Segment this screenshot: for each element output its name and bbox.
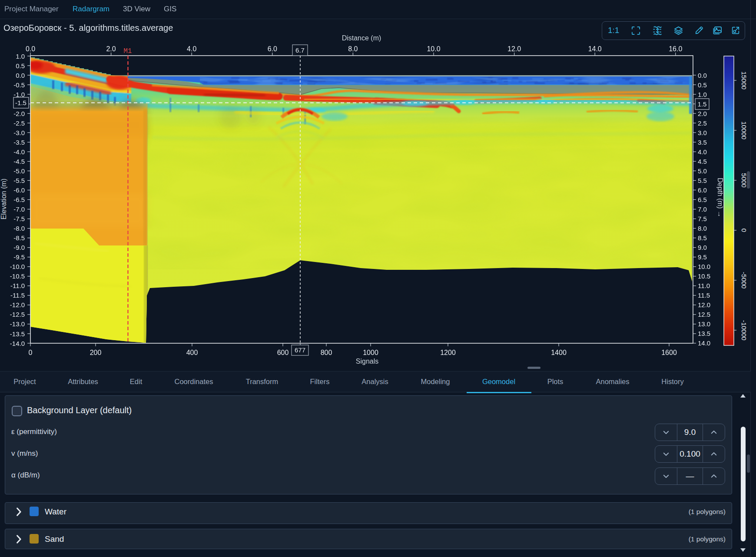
svg-text:12.0: 12.0 — [507, 45, 521, 53]
svg-text:Signals: Signals — [356, 358, 378, 365]
svg-text:8.5: 8.5 — [698, 234, 707, 242]
svg-text:9.0: 9.0 — [698, 244, 707, 251]
svg-text:Depth (m) →: Depth (m) → — [716, 178, 724, 218]
svg-text:0.0: 0.0 — [26, 45, 35, 53]
svg-text:-8.5: -8.5 — [13, 234, 25, 242]
svg-text:10.5: 10.5 — [698, 272, 710, 280]
svg-text:7.0: 7.0 — [698, 206, 707, 213]
svg-text:-8.0: -8.0 — [13, 225, 25, 232]
svg-text:-13.5: -13.5 — [10, 330, 25, 338]
svg-text:-12.0: -12.0 — [10, 301, 25, 308]
svg-text:-9.0: -9.0 — [13, 244, 25, 251]
svg-text:7.5: 7.5 — [698, 215, 707, 222]
svg-text:Distance (m): Distance (m) — [342, 34, 381, 42]
svg-text:3.0: 3.0 — [698, 129, 707, 136]
svg-text:800: 800 — [321, 349, 332, 356]
svg-text:-6.5: -6.5 — [13, 196, 25, 203]
svg-text:1600: 1600 — [661, 349, 677, 356]
svg-text:5.0: 5.0 — [698, 167, 707, 175]
svg-text:-9.5: -9.5 — [13, 253, 25, 261]
svg-text:0.0: 0.0 — [698, 72, 707, 79]
svg-text:1.0: 1.0 — [16, 53, 25, 60]
svg-text:-11.0: -11.0 — [10, 282, 25, 289]
svg-text:-5.0: -5.0 — [13, 167, 25, 175]
svg-text:200: 200 — [90, 349, 102, 356]
svg-text:1.0: 1.0 — [698, 91, 707, 98]
svg-text:Elevation (m): Elevation (m) — [0, 179, 7, 219]
svg-text:1400: 1400 — [551, 349, 567, 356]
svg-text:15000: 15000 — [740, 71, 748, 90]
svg-text:400: 400 — [186, 349, 198, 356]
svg-text:4.5: 4.5 — [698, 158, 707, 165]
svg-text:6.7: 6.7 — [295, 46, 305, 54]
svg-text:-14.0: -14.0 — [10, 340, 25, 347]
svg-text:2.0: 2.0 — [106, 45, 116, 53]
svg-text:8.0: 8.0 — [348, 45, 358, 53]
svg-text:8.0: 8.0 — [698, 225, 707, 232]
svg-text:10000: 10000 — [740, 121, 748, 139]
svg-text:6.5: 6.5 — [698, 196, 707, 203]
svg-text:-7.5: -7.5 — [13, 215, 25, 222]
svg-text:-0.5: -0.5 — [13, 81, 25, 89]
svg-text:12.5: 12.5 — [698, 311, 710, 318]
svg-text:677: 677 — [295, 346, 305, 354]
svg-text:-10.5: -10.5 — [10, 272, 25, 280]
svg-text:-7.0: -7.0 — [13, 206, 25, 213]
svg-text:2.5: 2.5 — [698, 119, 707, 127]
svg-text:5000: 5000 — [740, 173, 748, 187]
svg-text:600: 600 — [277, 349, 289, 356]
svg-text:M1: M1 — [123, 47, 132, 55]
svg-text:11.5: 11.5 — [698, 292, 710, 299]
svg-text:-10000: -10000 — [740, 320, 748, 341]
svg-text:0.0: 0.0 — [16, 72, 25, 79]
svg-text:-12.5: -12.5 — [10, 311, 25, 318]
svg-text:11.0: 11.0 — [698, 282, 710, 289]
svg-text:-5000: -5000 — [740, 272, 748, 288]
svg-text:14.0: 14.0 — [698, 339, 710, 347]
svg-text:-2.0: -2.0 — [13, 110, 25, 117]
svg-text:6.0: 6.0 — [698, 186, 707, 194]
svg-text:9.5: 9.5 — [698, 253, 707, 261]
svg-text:1.5: 1.5 — [698, 100, 707, 108]
svg-text:13.5: 13.5 — [698, 330, 710, 337]
svg-text:0: 0 — [29, 349, 33, 356]
svg-text:-3.0: -3.0 — [13, 129, 25, 136]
svg-text:10.0: 10.0 — [698, 263, 710, 270]
svg-text:-11.5: -11.5 — [10, 292, 25, 299]
svg-text:-5.5: -5.5 — [13, 177, 25, 184]
svg-text:12.0: 12.0 — [698, 301, 710, 308]
svg-text:5.5: 5.5 — [698, 177, 707, 184]
svg-text:-2.5: -2.5 — [13, 119, 25, 127]
svg-text:0.5: 0.5 — [698, 81, 707, 89]
svg-text:-4.5: -4.5 — [13, 158, 25, 165]
svg-text:13.0: 13.0 — [698, 320, 710, 328]
svg-text:3.5: 3.5 — [698, 139, 707, 146]
svg-text:4.0: 4.0 — [698, 148, 707, 156]
svg-text:-6.0: -6.0 — [13, 186, 25, 194]
svg-text:14.0: 14.0 — [588, 45, 602, 53]
svg-text:6.0: 6.0 — [268, 45, 277, 53]
svg-text:0: 0 — [740, 229, 748, 232]
svg-text:-10.0: -10.0 — [10, 263, 25, 270]
svg-text:4.0: 4.0 — [187, 45, 196, 53]
svg-text:-1.0: -1.0 — [13, 91, 25, 98]
svg-text:10.0: 10.0 — [427, 45, 440, 53]
svg-text:-1.5: -1.5 — [15, 99, 27, 106]
svg-text:2.0: 2.0 — [698, 110, 707, 117]
svg-text:0.5: 0.5 — [16, 62, 25, 70]
svg-text:1200: 1200 — [440, 349, 456, 356]
svg-text:1000: 1000 — [363, 349, 378, 356]
svg-text:-13.0: -13.0 — [10, 320, 25, 328]
svg-text:-4.0: -4.0 — [13, 148, 25, 156]
svg-text:-3.5: -3.5 — [13, 139, 25, 146]
svg-text:16.0: 16.0 — [669, 45, 682, 53]
